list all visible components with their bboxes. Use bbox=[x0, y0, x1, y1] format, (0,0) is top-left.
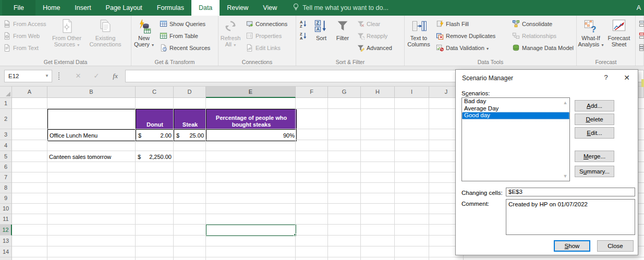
row-header-1[interactable]: 1 bbox=[0, 98, 12, 109]
dialog-help-icon[interactable]: ? bbox=[599, 72, 613, 83]
data-validation-button[interactable]: Data Validation ▾ bbox=[433, 42, 509, 54]
tab-data[interactable]: Data bbox=[191, 0, 220, 16]
cell-C5[interactable]: $ 2,250.00 bbox=[136, 151, 174, 162]
summary-button[interactable]: Summary... bbox=[575, 166, 614, 177]
tell-me-box[interactable]: Tell me what you want to do... bbox=[293, 0, 388, 16]
flash-fill-button[interactable]: Flash Fill bbox=[433, 18, 509, 30]
scroll-down-icon[interactable]: ▼ bbox=[562, 172, 569, 180]
column-header-G[interactable]: G bbox=[328, 86, 361, 98]
text-to-columns-button[interactable]: Text to Columns bbox=[405, 17, 433, 60]
properties-button[interactable]: Properties bbox=[242, 30, 293, 42]
column-header-H[interactable]: H bbox=[361, 86, 395, 98]
ungroup-button[interactable] bbox=[636, 30, 644, 42]
new-query-button[interactable]: New Query ▾ bbox=[131, 17, 156, 60]
enter-icon[interactable]: ✓ bbox=[90, 70, 103, 82]
from-other-sources-button[interactable]: From Other Sources ▾ bbox=[49, 17, 84, 60]
changing-cells-input[interactable]: $E$3 bbox=[506, 188, 635, 196]
what-if-analysis-button[interactable]: ?What-If Analysis ▾ bbox=[577, 17, 605, 60]
cell-E2[interactable]: Percentage of people who bought steaks bbox=[206, 109, 297, 130]
row-header-6[interactable]: 6 bbox=[0, 162, 12, 172]
reapply-button[interactable]: Reapply bbox=[354, 30, 403, 42]
column-header-C[interactable]: C bbox=[136, 86, 174, 98]
delete-button[interactable]: Delete bbox=[575, 114, 614, 125]
existing-connections-button[interactable]: Existing Connections bbox=[84, 17, 126, 60]
row-header-8[interactable]: 8 bbox=[0, 183, 12, 193]
row-header-3[interactable]: 3 bbox=[0, 129, 12, 140]
recent-sources-button[interactable]: Recent Sources bbox=[156, 42, 214, 54]
tab-review[interactable]: Review bbox=[220, 0, 256, 16]
comment-textarea[interactable]: Created by HP on 01/07/2022 bbox=[506, 199, 635, 235]
merge-button[interactable]: Merge... bbox=[575, 151, 614, 162]
tab-file[interactable]: File bbox=[2, 0, 35, 16]
refresh-all-button[interactable]: Refresh All ▾ bbox=[218, 17, 242, 60]
tab-home[interactable]: Home bbox=[35, 0, 67, 16]
row-header-12[interactable]: 12 bbox=[0, 225, 12, 236]
row-header-14[interactable]: 14 bbox=[0, 246, 12, 257]
show-queries-button[interactable]: Show Queries bbox=[156, 18, 214, 30]
edit-button[interactable]: Edit... bbox=[575, 127, 614, 139]
close-button[interactable]: Close bbox=[597, 240, 634, 252]
account-initial[interactable]: A bbox=[637, 0, 641, 16]
cell-D2[interactable]: Steak bbox=[174, 109, 206, 130]
dialog-close-icon[interactable]: ✕ bbox=[620, 72, 634, 83]
insert-function-icon[interactable]: fx bbox=[108, 70, 122, 82]
group-button[interactable] bbox=[636, 18, 644, 30]
row-header-11[interactable]: 11 bbox=[0, 214, 12, 225]
scroll-up-icon[interactable]: ▲ bbox=[562, 99, 569, 106]
row-header-9[interactable]: 9 bbox=[0, 193, 12, 204]
tab-page-layout[interactable]: Page Layout bbox=[99, 0, 150, 16]
from-web-button[interactable]: From Web bbox=[0, 30, 49, 42]
relationships-button[interactable]: Relationships bbox=[509, 30, 576, 42]
from-access-button[interactable]: From Access bbox=[0, 18, 49, 30]
edit-links-button[interactable]: Edit Links bbox=[242, 42, 293, 54]
selected-cell-E12[interactable] bbox=[205, 224, 296, 236]
add-button[interactable]: Add... bbox=[575, 100, 614, 112]
advanced-button[interactable]: Advanced bbox=[354, 42, 403, 54]
namebox-resizer[interactable] bbox=[58, 72, 59, 80]
scenario-item-good-day[interactable]: Good day bbox=[462, 112, 569, 119]
sort-button[interactable]: ZASort bbox=[311, 17, 332, 60]
sort-ascending-button[interactable]: AZ bbox=[296, 18, 311, 30]
filter-button[interactable]: Filter bbox=[332, 17, 354, 60]
sort-descending-button[interactable]: ZA bbox=[296, 30, 311, 42]
subtotal-button[interactable] bbox=[636, 42, 644, 54]
column-header-A[interactable]: A bbox=[12, 86, 47, 98]
row-header-2[interactable]: 2 bbox=[0, 109, 12, 129]
column-header-F[interactable]: F bbox=[296, 86, 328, 98]
clear-button[interactable]: Clear bbox=[354, 18, 403, 30]
button-label: From Web bbox=[13, 33, 40, 39]
row-header-10[interactable]: 10 bbox=[0, 204, 12, 214]
row-header-5[interactable]: 5 bbox=[0, 151, 12, 162]
from-table-button[interactable]: From Table bbox=[156, 30, 214, 42]
manage-data-model-button[interactable]: Manage Data Model bbox=[509, 42, 576, 54]
column-header-B[interactable]: B bbox=[47, 86, 136, 98]
select-all-corner[interactable] bbox=[0, 86, 12, 98]
cancel-icon[interactable]: ✕ bbox=[71, 70, 85, 82]
show-button[interactable]: Show bbox=[554, 240, 590, 252]
scenarios-listbox[interactable]: Bad dayAverage DayGood day▲ ▼ bbox=[461, 97, 570, 181]
tab-formulas[interactable]: Formulas bbox=[150, 0, 191, 16]
button-label: Existing Connections bbox=[84, 35, 126, 47]
column-header-E[interactable]: E bbox=[206, 86, 296, 98]
scenario-item-average-day[interactable]: Average Day bbox=[462, 105, 569, 113]
column-header-D[interactable]: D bbox=[174, 86, 206, 98]
row-header-13[interactable]: 13 bbox=[0, 236, 12, 246]
connections-button[interactable]: Connections bbox=[242, 18, 293, 30]
name-box[interactable]: E12 ▼ bbox=[4, 70, 52, 82]
consolidate-button[interactable]: Consolidate bbox=[509, 18, 576, 30]
remove-duplicates-button[interactable]: Remove Duplicates bbox=[433, 30, 509, 42]
forecast-sheet-button[interactable]: Forecast Sheet bbox=[605, 17, 633, 60]
scenario-item-bad-day[interactable]: Bad day bbox=[462, 98, 569, 105]
cell-B5[interactable]: Canteen sales tomorrow bbox=[47, 151, 136, 162]
cell-B2[interactable] bbox=[48, 109, 136, 130]
column-header-I[interactable]: I bbox=[395, 86, 429, 98]
name-box-dropdown-icon[interactable]: ▼ bbox=[45, 70, 49, 82]
row-header-7[interactable]: 7 bbox=[0, 172, 12, 183]
dropdown-arrow-icon: ▾ bbox=[485, 46, 489, 51]
row-header-4[interactable]: 4 bbox=[0, 140, 12, 151]
tab-view[interactable]: View bbox=[256, 0, 284, 16]
tab-insert[interactable]: Insert bbox=[67, 0, 98, 16]
cell-C2[interactable]: Donut bbox=[136, 109, 174, 130]
from-text-button[interactable]: From Text bbox=[0, 42, 49, 54]
row-header-15[interactable]: 15 bbox=[0, 257, 12, 260]
